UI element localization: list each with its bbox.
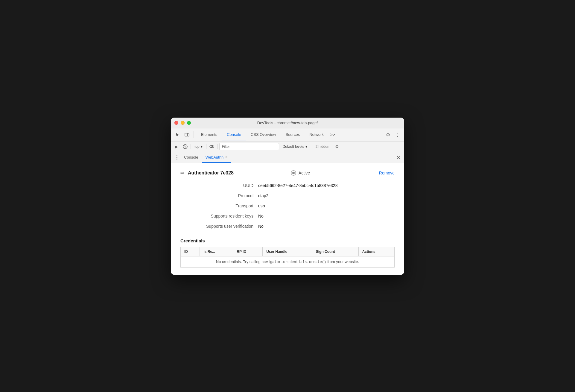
separator-5 bbox=[311, 144, 311, 149]
execute-btn[interactable]: ▶ bbox=[173, 143, 180, 150]
webauthn-panel: ✏ Authenticator 7e328 Active Remove UUID… bbox=[171, 163, 404, 275]
toolbar-right: ⚙ ⋮ bbox=[384, 130, 402, 139]
col-is-resident: Is Re... bbox=[200, 247, 233, 256]
tab-nav: Elements Console CSS Overview Sources Ne… bbox=[196, 128, 383, 141]
drawer-tabs: ⋮ Console WebAuthn × ✕ bbox=[171, 152, 404, 163]
svg-line-3 bbox=[184, 145, 186, 148]
console-toolbar: ▶ top ▾ Defa bbox=[171, 142, 404, 152]
drawer-tab-console-label: Console bbox=[184, 155, 198, 159]
cursor-icon-btn[interactable] bbox=[173, 130, 182, 139]
levels-label: Default levels bbox=[283, 145, 304, 149]
console-settings-icon: ⚙ bbox=[335, 144, 339, 149]
drawer-more-icon: ⋮ bbox=[174, 155, 179, 160]
drawer-tab-webauthn[interactable]: WebAuthn × bbox=[202, 152, 231, 163]
uuid-label: UUID bbox=[180, 183, 258, 188]
device-icon-btn[interactable] bbox=[183, 130, 191, 139]
close-button[interactable] bbox=[174, 121, 178, 125]
context-label: top bbox=[194, 145, 200, 149]
edit-icon[interactable]: ✏ bbox=[180, 170, 184, 176]
transport-value: usb bbox=[258, 203, 265, 208]
separator-3 bbox=[206, 144, 206, 149]
drawer-close-icon: ✕ bbox=[396, 155, 400, 160]
no-creds-code: navigator.credentials.create() bbox=[261, 260, 326, 264]
user-verification-value: No bbox=[258, 224, 264, 229]
credentials-title: Credentials bbox=[180, 238, 395, 243]
window-title: DevTools - chrome://new-tab-page/ bbox=[257, 121, 318, 125]
field-table: UUID ceeb5662-8e27-4e47-8ebc-4c1b8387e32… bbox=[180, 183, 395, 229]
settings-icon: ⚙ bbox=[386, 132, 390, 138]
credentials-section: Credentials ID Is Re... RP ID User Handl… bbox=[180, 238, 395, 268]
remove-link[interactable]: Remove bbox=[379, 171, 395, 175]
resident-keys-value: No bbox=[258, 214, 264, 218]
no-credentials-row: No credentials. Try calling navigator.cr… bbox=[181, 256, 395, 267]
tab-console[interactable]: Console bbox=[222, 128, 246, 141]
drawer-tab-console[interactable]: Console bbox=[180, 152, 202, 163]
title-bar: DevTools - chrome://new-tab-page/ bbox=[171, 118, 404, 128]
col-id: ID bbox=[181, 247, 200, 256]
col-user-handle: User Handle bbox=[263, 247, 312, 256]
no-creds-prefix: No credentials. Try calling bbox=[216, 259, 261, 264]
resident-keys-label: Supports resident keys bbox=[180, 214, 258, 218]
authenticator-header: ✏ Authenticator 7e328 Active Remove bbox=[180, 170, 395, 176]
traffic-lights bbox=[174, 121, 191, 125]
no-creds-suffix: from your website. bbox=[326, 259, 359, 264]
col-actions: Actions bbox=[358, 247, 394, 256]
no-credentials-text: No credentials. Try calling navigator.cr… bbox=[216, 259, 359, 264]
tab-css-overview[interactable]: CSS Overview bbox=[246, 128, 281, 141]
execute-icon: ▶ bbox=[175, 144, 178, 149]
tab-elements[interactable]: Elements bbox=[196, 128, 222, 141]
levels-dropdown-icon: ▾ bbox=[305, 145, 307, 149]
protocol-label: Protocol bbox=[180, 193, 258, 198]
more-tabs-btn[interactable]: >> bbox=[328, 130, 337, 139]
menu-btn[interactable]: ⋮ bbox=[393, 130, 402, 139]
menu-icon: ⋮ bbox=[395, 132, 400, 138]
eye-icon bbox=[209, 144, 214, 149]
tab-sources[interactable]: Sources bbox=[281, 128, 305, 141]
top-toolbar: Elements Console CSS Overview Sources Ne… bbox=[171, 128, 404, 142]
drawer-close-btn[interactable]: ✕ bbox=[395, 154, 402, 161]
separator bbox=[194, 131, 194, 138]
field-row-transport: Transport usb bbox=[180, 203, 395, 208]
eye-icon-btn[interactable] bbox=[208, 143, 215, 150]
separator-2 bbox=[191, 144, 191, 149]
svg-point-5 bbox=[211, 146, 212, 148]
tab-network[interactable]: Network bbox=[305, 128, 328, 141]
field-row-protocol: Protocol ctap2 bbox=[180, 193, 395, 198]
no-credentials-cell: No credentials. Try calling navigator.cr… bbox=[181, 256, 395, 267]
filter-input[interactable] bbox=[219, 143, 279, 150]
minimize-button[interactable] bbox=[181, 121, 185, 125]
col-sign-count: Sign Count bbox=[312, 247, 358, 256]
clear-btn[interactable] bbox=[182, 143, 189, 150]
authenticator-name: Authenticator 7e328 bbox=[188, 170, 234, 176]
levels-btn[interactable]: Default levels ▾ bbox=[281, 144, 309, 149]
radio-inner bbox=[292, 172, 295, 174]
col-rp-id: RP ID bbox=[233, 247, 263, 256]
drawer-tab-webauthn-close[interactable]: × bbox=[225, 155, 227, 159]
separator-4 bbox=[217, 144, 217, 149]
transport-label: Transport bbox=[180, 203, 258, 208]
field-row-resident-keys: Supports resident keys No bbox=[180, 214, 395, 218]
svg-rect-0 bbox=[185, 133, 188, 136]
console-settings-btn[interactable]: ⚙ bbox=[334, 143, 341, 150]
context-select[interactable]: top ▾ bbox=[193, 144, 204, 149]
svg-rect-1 bbox=[188, 134, 189, 136]
user-verification-label: Supports user verification bbox=[180, 224, 258, 229]
field-row-user-verification: Supports user verification No bbox=[180, 224, 395, 229]
active-radio[interactable] bbox=[291, 170, 296, 176]
active-label: Active bbox=[299, 171, 310, 175]
credentials-table: ID Is Re... RP ID User Handle Sign Count… bbox=[180, 247, 395, 268]
settings-btn[interactable]: ⚙ bbox=[384, 130, 392, 139]
protocol-value: ctap2 bbox=[258, 193, 268, 198]
uuid-value: ceeb5662-8e27-4e47-8ebc-4c1b8387e328 bbox=[258, 183, 337, 188]
dropdown-arrow-icon: ▾ bbox=[201, 145, 203, 149]
drawer-more-btn[interactable]: ⋮ bbox=[173, 154, 180, 161]
drawer-tab-webauthn-label: WebAuthn bbox=[206, 155, 223, 159]
field-row-uuid: UUID ceeb5662-8e27-4e47-8ebc-4c1b8387e32… bbox=[180, 183, 395, 188]
clear-icon bbox=[183, 144, 188, 149]
hidden-count: 2 hidden bbox=[313, 145, 332, 149]
maximize-button[interactable] bbox=[187, 121, 191, 125]
active-status: Active bbox=[291, 170, 310, 176]
